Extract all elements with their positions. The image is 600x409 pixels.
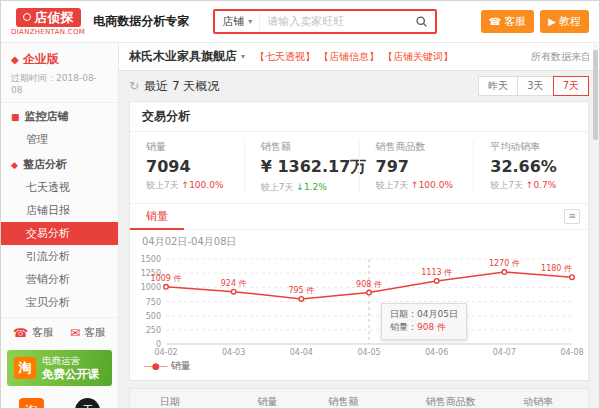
shop-name: 林氏木业家具旗舰店 [129,48,237,65]
search-category-label: 店铺 [222,14,244,29]
header-button-play-icon[interactable]: ▶教程 [540,10,589,33]
contact-service[interactable]: ☎客服 [13,325,54,340]
message-icon: ✉ [70,326,80,340]
tool-taobao[interactable]: 淘淘宝分析 [3,398,60,408]
range-button-yesterday[interactable]: 昨天 [478,76,518,96]
stat-change: 较上7天 ↓1.2% [261,181,355,194]
svg-text:04-06: 04-06 [425,348,448,357]
header-button-label: 客服 [504,14,526,29]
logo-text: 店侦探 [35,11,74,24]
monitor-icon: ■ [11,112,20,122]
tab-sales[interactable]: 销量 [130,204,184,230]
table-header-cell [130,396,154,408]
range-button-7d[interactable]: 7天 [553,76,589,96]
stat-compare-label: 较上7天 [146,180,182,190]
shop-quick-link[interactable]: 【七天透视】 [255,50,315,64]
stat-compare-label: 较上7天 [376,180,412,190]
slogan: 电商数据分析专家 [93,13,189,30]
svg-text:04-04: 04-04 [290,348,313,357]
content: ↻ 最近 7 天概况 昨天3天7天 交易分析 销量7094较上7天 ↑100.0… [119,71,599,408]
refresh-icon[interactable]: ↻ [129,79,139,93]
contact-service[interactable]: ✉客服 [70,325,106,340]
header-buttons: ☎客服▶教程 [481,10,589,33]
tool-tmall[interactable]: 天天猫分析 [60,398,117,408]
svg-text:1180 件: 1180 件 [541,264,572,273]
sidebar-item-daily-report[interactable]: 店铺日报 [1,199,118,222]
stat-label: 销售额 [261,140,355,154]
sidebar-tools: 淘淘宝分析天天猫分析⚡无线分析↓降权查询车直通车推广★店铺DSR [1,389,118,408]
sidebar-item-trade-analysis[interactable]: 交易分析 [1,222,118,245]
tmall-icon: 天 [75,398,100,408]
contact-label: 客服 [84,325,106,340]
sidebar-group-title[interactable]: ■监控店铺 [1,103,118,128]
shop-selector[interactable]: 林氏木业家具旗舰店 ▾ [129,48,245,65]
stat-label: 销售商品数 [376,140,470,154]
svg-text:250: 250 [146,326,161,335]
stat-label: 平均动销率 [490,140,584,154]
svg-text:1270 件: 1270 件 [489,259,520,268]
search-button[interactable] [407,11,435,32]
sidebar-group-label: 整店分析 [23,157,67,172]
svg-text:1500: 1500 [141,255,161,264]
logo-magnifier-icon [23,13,31,21]
svg-text:04-07: 04-07 [493,348,516,357]
sales-chart: 日期：04月05日 销量：908 件 025050075010001250150… [132,251,584,357]
header-button-phone-icon[interactable]: ☎客服 [481,10,534,33]
top-header: 店侦探 DIANZHENTAN.COM 电商数据分析专家 店铺 ▾ ☎客服▶教程 [1,1,599,43]
sales-chart-svg: 02505007501000125015001009 件04-02924 件04… [132,251,584,357]
svg-text:750: 750 [146,298,161,307]
chart-legend[interactable]: —●— 销量 [130,357,588,380]
sidebar-item-traffic-analysis[interactable]: 引流分析 [1,245,118,268]
promo-line1: 电商运营 [42,355,100,367]
stat-label: 销量 [146,140,240,154]
svg-text:1009 件: 1009 件 [151,274,182,283]
play-icon: ▶ [548,16,556,27]
table-header-row: 日期销量销售额销售商品数动销率 [130,389,588,408]
promo-banner[interactable]: 淘 电商运营 免费公开课 [7,350,112,386]
chart-menu-icon[interactable]: ≡ [564,209,580,224]
table-header-cell: 销售额 [322,389,419,408]
diamond-icon: ◆ [11,54,19,65]
sidebar-item-marketing-analysis[interactable]: 营销分析 [1,268,118,291]
sidebar-group-label: 监控店铺 [25,109,69,124]
trade-analysis-card: 交易分析 销量7094较上7天 ↑100.0%销售额¥ 1362.17万较上7天… [129,101,589,381]
contact-label: 客服 [32,325,54,340]
shop-quick-links: 【七天透视】【店铺信息】【店铺关键词】 [255,50,453,64]
stat-products: 销售商品数797较上7天 ↑100.0% [359,140,474,194]
chevron-down-icon: ▾ [241,52,245,61]
sidebar-item-manage[interactable]: 管理 [1,128,118,151]
stats-row: 销量7094较上7天 ↑100.0%销售额¥ 1362.17万较上7天 ↓1.2… [130,132,588,203]
svg-text:924 件: 924 件 [221,279,247,288]
stat-amount: 销售额¥ 1362.17万较上7天 ↓1.2% [244,140,359,194]
sidebar-group-title[interactable]: ◆整店分析 [1,151,118,176]
scrollbar-thumb[interactable] [593,50,598,140]
stat-change-value: ↓1.2% [296,182,326,192]
svg-text:04-08: 04-08 [560,348,583,357]
svg-text:500: 500 [146,312,161,321]
logo-subtext: DIANZHENTAN.COM [11,28,85,36]
legend-marker-icon: —●— [144,361,167,371]
search-icon [415,15,428,28]
stat-value: ¥ 1362.17万 [261,157,355,178]
phone-icon: ☎ [489,16,501,27]
body-row: ◆ 企业版 过期时间：2018-08-08 ■监控店铺管理◆整店分析七天透视店铺… [1,43,599,408]
search-input[interactable] [260,15,407,28]
svg-text:04-02: 04-02 [154,348,177,357]
shop-quick-link[interactable]: 【店铺信息】 [319,50,379,64]
shop-quick-link[interactable]: 【店铺关键词】 [383,50,453,64]
scrollbar[interactable] [593,44,598,407]
sidebar-item-seven-day[interactable]: 七天透视 [1,176,118,199]
legend-label: 销量 [171,359,191,373]
stat-rate: 平均动销率32.66%较上7天 ↑0.7% [473,140,588,194]
taobao-icon: 淘 [19,398,44,408]
range-button-3d[interactable]: 3天 [517,76,553,96]
stat-value: 797 [376,157,470,176]
sidebar-item-item-analysis[interactable]: 宝贝分析 [1,291,118,314]
svg-text:908 件: 908 件 [356,280,382,289]
shop-analysis-icon: ◆ [11,160,18,170]
daily-table: 日期销量销售额销售商品数动销率1.2015-04-081075¥ 206.33万… [129,388,589,408]
data-source-note: 所有数据来自 [531,50,589,64]
logo[interactable]: 店侦探 DIANZHENTAN.COM [11,8,85,36]
search-category-dropdown[interactable]: 店铺 ▾ [215,11,260,32]
shop-subheader: 林氏木业家具旗舰店 ▾ 【七天透视】【店铺信息】【店铺关键词】 所有数据来自 [119,43,599,71]
